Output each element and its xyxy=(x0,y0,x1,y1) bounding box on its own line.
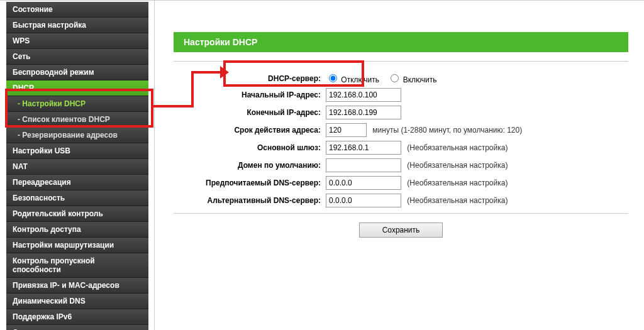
radio-enable-label: Включить xyxy=(403,75,437,84)
sidebar-item[interactable]: Поддержка IPv6 xyxy=(6,309,148,325)
lease-label: Срок действия адреса: xyxy=(174,121,323,139)
sidebar-item[interactable]: Состояние xyxy=(6,2,148,18)
divider xyxy=(174,213,628,214)
sidebar-item[interactable]: Контроль пропускной способности xyxy=(6,253,148,278)
sidebar-item[interactable]: NAT xyxy=(6,159,148,175)
sidebar-item[interactable]: Контроль доступа xyxy=(6,222,148,238)
sidebar-item[interactable]: Безопасность xyxy=(6,190,148,206)
lease-hint: минуты (1-2880 минут, по умолчанию: 120) xyxy=(369,126,522,135)
dhcp-server-label: DHCP-сервер: xyxy=(174,70,323,86)
sidebar-item[interactable]: Беспроводной режим xyxy=(6,65,148,80)
gateway-label: Основной шлюз: xyxy=(174,139,323,157)
sidebar-nav: СостояниеБыстрая настройкаWPSСетьБеспров… xyxy=(6,2,148,330)
sidebar-subitem[interactable]: - Список клиентов DHCP xyxy=(6,112,148,128)
sidebar-item[interactable]: Настройки маршрутизации xyxy=(6,238,148,253)
radio-disable[interactable] xyxy=(329,74,337,82)
gateway-input[interactable] xyxy=(326,141,401,155)
sidebar-item[interactable]: Привязка IP- и MAC-адресов xyxy=(6,278,148,294)
radio-enable-wrap[interactable]: Включить xyxy=(387,75,436,84)
sidebar-item[interactable]: Быстрая настройка xyxy=(6,18,148,33)
sidebar-item[interactable]: Системные инструменты xyxy=(6,325,148,330)
radio-disable-wrap[interactable]: Отключить xyxy=(326,75,381,84)
page-title: Настройки DHCP xyxy=(174,32,628,52)
domain-label: Домен по умолчанию: xyxy=(174,157,323,174)
radio-disable-label: Отключить xyxy=(341,75,379,84)
dns2-label: Альтернативный DNS-сервер: xyxy=(174,192,323,209)
sidebar-item[interactable]: Переадресация xyxy=(6,175,148,190)
lease-input[interactable] xyxy=(326,123,367,137)
dns1-hint: (Необязательная настройка) xyxy=(403,179,508,187)
domain-hint: (Необязательная настройка) xyxy=(403,161,508,170)
radio-enable[interactable] xyxy=(391,74,399,82)
sidebar-item[interactable]: Настройки USB xyxy=(6,143,148,159)
sidebar-subitem[interactable]: - Настройки DHCP xyxy=(6,96,148,112)
main-content: Настройки DHCP DHCP-сервер: Отключить Вк… xyxy=(154,1,641,330)
start-ip-label: Начальный IP-адрес: xyxy=(174,86,323,104)
dhcp-form: DHCP-сервер: Отключить Включить Начальны… xyxy=(174,70,525,209)
dns1-input[interactable] xyxy=(326,176,401,190)
gateway-hint: (Необязательная настройка) xyxy=(403,143,508,152)
dns2-hint: (Необязательная настройка) xyxy=(403,196,508,205)
sidebar-subitem[interactable]: - Резервирование адресов xyxy=(6,128,148,143)
end-ip-input[interactable] xyxy=(326,106,401,119)
end-ip-label: Конечный IP-адрес: xyxy=(174,104,323,121)
dns1-label: Предпочитаемый DNS-сервер: xyxy=(174,174,323,192)
domain-input[interactable] xyxy=(326,158,401,172)
dns2-input[interactable] xyxy=(326,194,401,207)
sidebar-item[interactable]: WPS xyxy=(6,33,148,49)
save-button[interactable]: Сохранить xyxy=(359,223,443,238)
start-ip-input[interactable] xyxy=(326,88,401,102)
divider xyxy=(174,61,628,62)
sidebar-item[interactable]: Родительский контроль xyxy=(6,206,148,222)
sidebar-item[interactable]: Динамический DNS xyxy=(6,294,148,309)
sidebar-item[interactable]: DHCP xyxy=(6,80,148,96)
sidebar-item[interactable]: Сеть xyxy=(6,49,148,65)
